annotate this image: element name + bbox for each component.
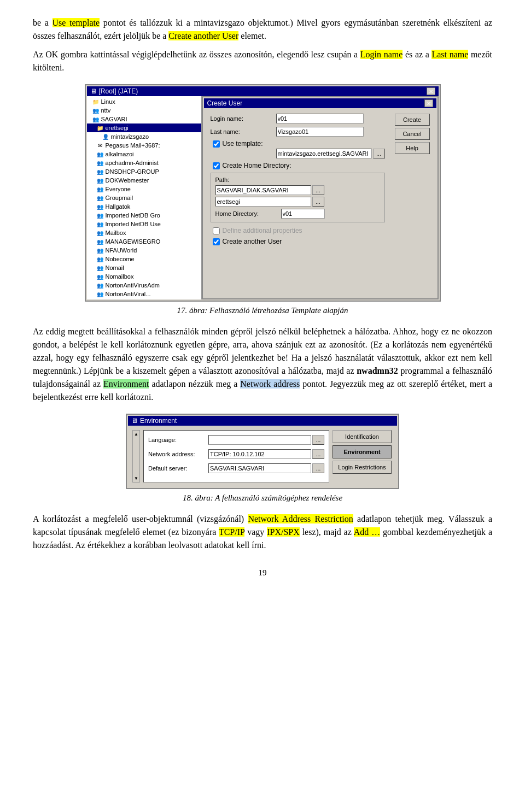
highlight-network-address-restriction: Network Address Restriction	[248, 514, 353, 523]
path-browse-button-2[interactable]: ...	[312, 197, 324, 207]
tree-item-nomail[interactable]: 👥 Nomail	[87, 263, 201, 272]
language-input[interactable]	[208, 435, 311, 445]
group-icon: 👥	[96, 264, 104, 272]
tab-environment[interactable]: Environment	[332, 445, 392, 458]
path-browse-button-1[interactable]: ...	[312, 185, 324, 195]
group-icon: 👥	[96, 255, 104, 263]
tree-item-groupmail[interactable]: 👥 Groupmail	[87, 193, 201, 202]
tree-item-mailbox[interactable]: 👥 Mailbox	[87, 228, 201, 237]
window-body: 📁 Linux 👥 nttv 👥 SAGVARI	[87, 96, 439, 299]
last-name-row: Last name:	[211, 127, 385, 137]
create-home-checkbox[interactable]	[213, 162, 220, 169]
tab-identification[interactable]: Identification	[332, 430, 392, 443]
tree-item-everyone[interactable]: 👥 Everyone	[87, 185, 201, 193]
tree-item-norton-adm[interactable]: 👥 NortonAntiVirusAdm	[87, 281, 201, 290]
create-another-checkbox[interactable]	[213, 238, 220, 245]
tree-item-nfauworld[interactable]: 👥 NFAUWorld	[87, 246, 201, 255]
path-input-2[interactable]	[215, 197, 311, 207]
create-button[interactable]: Create	[395, 114, 430, 126]
tree-label: SAGVARI	[101, 116, 127, 122]
tree-item-nttv[interactable]: 👥 nttv	[87, 106, 201, 115]
last-name-input[interactable]	[276, 127, 364, 137]
tree-item-nomailbox[interactable]: 👥 Nomailbox	[87, 272, 201, 281]
group-icon: 👥	[96, 246, 104, 254]
network-address-row: Network address: ...	[148, 449, 324, 459]
tree-item-alkalmazoi[interactable]: 👥 alkalmazoi	[87, 150, 201, 158]
last-name-label: Last name:	[211, 128, 276, 135]
tree-item-pegasus[interactable]: ✉ Pegasus Mail+3687:	[87, 141, 201, 150]
nwadmn32-text: nwadmn32	[357, 366, 398, 375]
group-icon: 👥	[91, 115, 100, 123]
tree-item-apchadmn[interactable]: 👥 apchadmn-Administ	[87, 158, 201, 167]
figure-18-caption: 18. ábra: A felhasználó számítógéphez re…	[183, 493, 342, 503]
language-row: Language: ...	[148, 435, 324, 445]
window-title-text: [Root] (JATE)	[97, 87, 427, 95]
home-dir-input[interactable]	[281, 209, 325, 219]
tree-item-imported-use[interactable]: 👥 Imported NetDB Use	[87, 220, 201, 228]
tree-label: NortonAntiViral...	[106, 291, 151, 297]
scroll-left[interactable]: ▲ ▼	[132, 430, 140, 483]
default-server-input[interactable]	[208, 463, 311, 473]
network-address-input[interactable]	[208, 449, 311, 459]
create-home-row: Create Home Directory:	[211, 162, 385, 169]
use-template-label: Use template:	[223, 140, 263, 148]
tree-item-mintavizsgazo[interactable]: 👤 mintavizsgazo	[87, 132, 201, 141]
login-name-label: Login name:	[211, 115, 276, 122]
highlight-use-template: Use template	[52, 18, 100, 27]
page-number: 19	[33, 568, 492, 578]
cancel-button[interactable]: Cancel	[395, 128, 430, 140]
tab-login-restrictions[interactable]: Login Restrictions	[332, 461, 392, 474]
paragraph-17a: Az eddig megtett beállításokkal a felhas…	[33, 325, 492, 404]
scroll-down-arrow[interactable]: ▼	[134, 475, 138, 482]
use-template-browse-button[interactable]: ...	[373, 149, 385, 158]
tree-label: NFAUWorld	[106, 247, 137, 254]
paragraph-1: be a Use template pontot és tallózzuk ki…	[33, 16, 492, 43]
network-address-browse-btn[interactable]: ...	[312, 449, 324, 459]
tree-label: Hallgatok	[106, 203, 131, 210]
highlight-last-name: Last name	[431, 50, 468, 59]
tree-item-linux[interactable]: 📁 Linux	[87, 97, 201, 106]
use-template-checkbox[interactable]	[213, 140, 220, 148]
group-icon: 👥	[96, 229, 104, 237]
group-icon: 👥	[91, 107, 100, 114]
login-name-row: Login name:	[211, 114, 385, 123]
tree-item-hallgatok[interactable]: 👥 Hallgatok	[87, 202, 201, 211]
tree-item-sagvari[interactable]: 👥 SAGVARI	[87, 115, 201, 123]
use-template-input[interactable]	[276, 149, 372, 158]
tree-item-nobecome[interactable]: 👥 Nobecome	[87, 255, 201, 263]
default-server-row: Default server: ...	[148, 463, 324, 473]
main-window: 🖥 [Root] (JATE) ✕ 📁 Linux 👥 ntt	[85, 84, 441, 302]
tree-item-managewise[interactable]: 👥 MANAGEWISEGRO	[87, 237, 201, 246]
window-close-button[interactable]: ✕	[427, 87, 435, 95]
path-section-label: Path:	[215, 176, 380, 183]
highlight-environment: Environment	[103, 379, 149, 389]
language-browse-btn[interactable]: ...	[312, 435, 324, 445]
group-icon: 👥	[96, 150, 104, 158]
define-additional-label: Define additional properties	[223, 227, 302, 234]
default-server-label: Default server:	[148, 465, 208, 472]
dialog-title: Create User	[207, 99, 243, 107]
tree-label: nttv	[101, 107, 111, 114]
login-name-input[interactable]	[276, 114, 364, 123]
env-body: ▲ ▼ Language: ... Network address: ... D…	[128, 426, 397, 487]
path-input-1[interactable]	[215, 185, 311, 195]
tree-label: DOKWebmester	[106, 177, 149, 184]
use-template-row: Use template:	[211, 140, 385, 148]
use-template-value-row: ...	[211, 149, 385, 158]
help-button[interactable]: Help	[395, 142, 430, 154]
tree-item-erettsegi[interactable]: 📁 erettsegi	[87, 123, 201, 132]
tree-item-dokwebmester[interactable]: 👥 DOKWebmester	[87, 176, 201, 185]
tree-label: NortonAntiVirusAdm	[106, 282, 160, 289]
tree-item-norton-viral[interactable]: 👥 NortonAntiViral...	[87, 290, 201, 298]
scroll-up-arrow[interactable]: ▲	[134, 431, 138, 438]
default-server-browse-btn[interactable]: ...	[312, 463, 324, 473]
group-icon: 👥	[96, 238, 104, 245]
highlight-create-another-user: Create another User	[168, 31, 238, 40]
tree-label: Everyone	[106, 186, 131, 192]
dialog-close-button[interactable]: ✕	[424, 99, 433, 107]
tree-item-dnsdhcp[interactable]: 👥 DNSDHCP-GROUP	[87, 167, 201, 176]
figure-17-caption: 17. ábra: Felhasználó létrehozása Templa…	[177, 306, 348, 315]
highlight-network-address: Network address	[240, 379, 300, 389]
define-additional-checkbox[interactable]	[213, 227, 220, 234]
tree-item-imported-gro[interactable]: 👥 Imported NetDB Gro	[87, 211, 201, 220]
